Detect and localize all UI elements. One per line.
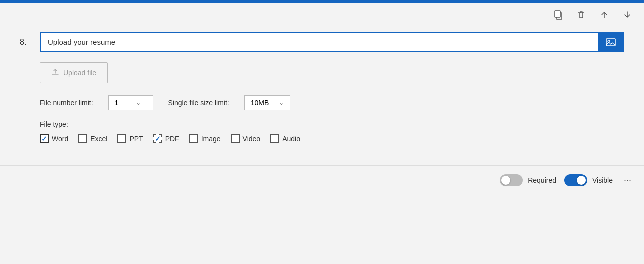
file-size-limit-label: Single file size limit: <box>168 99 229 107</box>
checkbox-pdf[interactable]: ✓ <box>153 134 162 143</box>
file-type-item: Video <box>231 134 261 143</box>
checkbox-image[interactable] <box>189 134 198 143</box>
file-type-section: File type: ✓WordExcelPPT✓PDFImageVideoAu… <box>40 120 624 143</box>
checkbox-ppt[interactable] <box>117 134 126 143</box>
arrow-down-svg <box>622 10 632 20</box>
visible-label: Visible <box>592 176 613 184</box>
question-row: 8. <box>20 32 624 52</box>
file-type-name-image: Image <box>201 135 221 143</box>
file-size-select[interactable]: 10MB ⌄ <box>244 95 291 110</box>
checkmark: ✓ <box>155 135 161 142</box>
file-number-value: 1 <box>115 99 126 107</box>
checkmark: ✓ <box>41 135 47 142</box>
checkbox-word[interactable]: ✓ <box>40 134 49 143</box>
delete-icon[interactable] <box>574 8 588 22</box>
file-type-item: PPT <box>117 134 143 143</box>
toolbar <box>0 3 644 27</box>
file-type-item: ✓PDF <box>153 134 179 143</box>
main-content: 8. Upload file File number lim <box>0 27 644 165</box>
limits-row: File number limit: 1 ⌄ Single file size … <box>40 95 624 110</box>
svg-rect-2 <box>606 39 615 46</box>
checkbox-video[interactable] <box>231 134 240 143</box>
file-type-name-word: Word <box>52 135 68 143</box>
file-type-name-video: Video <box>243 135 261 143</box>
question-input[interactable] <box>41 33 598 51</box>
file-number-limit-label: File number limit: <box>40 99 93 107</box>
file-size-value: 10MB <box>251 99 269 107</box>
file-type-item: Audio <box>270 134 300 143</box>
file-type-item: Excel <box>78 134 107 143</box>
move-down-icon[interactable] <box>620 8 634 22</box>
file-type-item: ✓Word <box>40 134 68 143</box>
visible-toggle-group: Visible <box>564 174 613 186</box>
visible-toggle-knob <box>577 176 586 185</box>
file-number-chevron: ⌄ <box>136 99 147 106</box>
file-type-name-excel: Excel <box>90 135 107 143</box>
upload-icon <box>51 68 59 78</box>
image-icon <box>605 37 616 48</box>
file-number-select[interactable]: 1 ⌄ <box>108 95 153 110</box>
divider <box>0 165 644 166</box>
required-toggle-group: Required <box>500 174 556 186</box>
move-up-icon[interactable] <box>597 8 611 22</box>
file-type-label: File type: <box>40 120 624 128</box>
upload-file-label: Upload file <box>63 69 96 77</box>
copy-svg <box>553 10 563 20</box>
more-options-button[interactable]: ··· <box>621 174 634 186</box>
file-type-name-ppt: PPT <box>129 135 143 143</box>
visible-toggle[interactable] <box>564 174 587 186</box>
footer-row: Required Visible ··· <box>0 174 644 186</box>
file-size-chevron: ⌄ <box>279 99 284 106</box>
question-number: 8. <box>20 38 32 47</box>
required-toggle[interactable] <box>500 174 523 186</box>
trash-svg <box>576 10 586 20</box>
image-insert-button[interactable] <box>598 33 623 51</box>
upload-file-button[interactable]: Upload file <box>40 62 108 83</box>
upload-section: Upload file <box>40 62 624 83</box>
checkbox-excel[interactable] <box>78 134 87 143</box>
required-label: Required <box>528 176 556 184</box>
svg-rect-1 <box>555 11 560 17</box>
arrow-up-svg <box>599 10 609 20</box>
file-type-item: Image <box>189 134 221 143</box>
file-type-name-pdf: PDF <box>165 135 179 143</box>
file-type-name-audio: Audio <box>282 135 300 143</box>
copy-icon[interactable] <box>551 8 565 22</box>
checkbox-audio[interactable] <box>270 134 279 143</box>
file-type-row: ✓WordExcelPPT✓PDFImageVideoAudio <box>40 134 624 143</box>
question-input-wrapper <box>40 32 624 52</box>
required-toggle-knob <box>501 176 510 185</box>
